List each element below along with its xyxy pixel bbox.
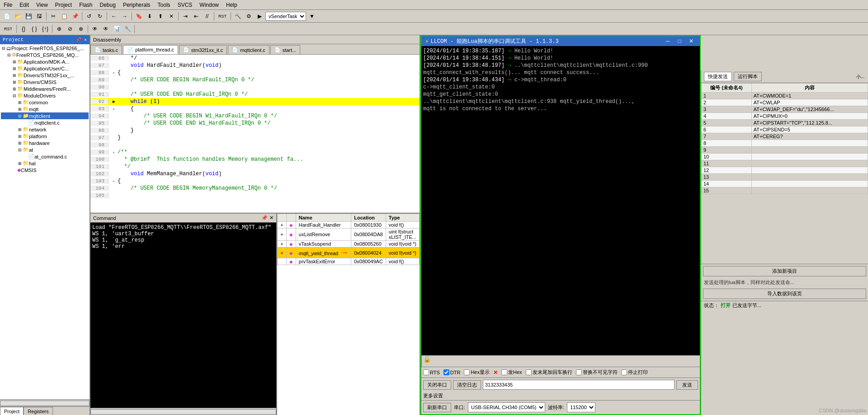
tab-registers[interactable]: Registers	[24, 407, 52, 415]
expand-icon[interactable]: ⊞	[17, 127, 23, 132]
code-content[interactable]: 86 */87 void HardFault_Handler(void)88▸{…	[90, 55, 420, 213]
quick-row[interactable]: 13	[702, 174, 868, 181]
outdent-btn[interactable]: ⇤	[191, 11, 201, 21]
panel-close-btn[interactable]: ✕	[84, 37, 87, 42]
tab-start[interactable]: 📄 start...	[270, 45, 301, 54]
tree-item[interactable]: ⊞📁 Application/MDK-A...	[1, 58, 89, 65]
build-btn[interactable]: 🔨	[233, 11, 243, 21]
command-hscroll[interactable]	[90, 408, 276, 415]
mem1-btn[interactable]: 📊	[112, 24, 122, 34]
expand-btn[interactable]: +	[280, 232, 283, 237]
menu-window[interactable]: Window	[196, 1, 222, 9]
code-line[interactable]: 93▸ {	[90, 105, 420, 112]
expand-icon[interactable]: ⊞	[12, 80, 17, 84]
menu-edit[interactable]: Edit	[16, 1, 33, 9]
send-hex-input[interactable]	[501, 369, 507, 375]
name-cell[interactable]: HardFault_Handler	[296, 222, 351, 228]
row-content[interactable]	[751, 154, 868, 160]
row-content[interactable]: AT+CWMODE=1	[751, 93, 868, 99]
newline-checkbox[interactable]: 发末尾加回车换行	[526, 369, 572, 376]
cut-btn[interactable]: ✂	[48, 11, 58, 21]
tree-item[interactable]: ⊟🗂 Project: FreeRTOS_ESP8266_...	[1, 45, 89, 51]
paste-btn[interactable]: 📌	[70, 11, 80, 21]
command-scroll-bar[interactable]	[90, 409, 276, 415]
quick-row[interactable]: 3AT+CWJAP_DEF="du","12345666...	[702, 106, 868, 113]
code-line[interactable]: 90	[90, 84, 420, 91]
expand-icon[interactable]: ⊞	[12, 87, 17, 91]
code-line[interactable]: 89 /* USER CODE BEGIN HardFault_IRQn 0 *…	[90, 76, 420, 84]
expand-marker[interactable]: ▸	[113, 150, 115, 155]
expand-cell[interactable]	[278, 258, 286, 265]
tree-item[interactable]: ⊞📁 mqtt	[1, 106, 89, 112]
command-close-btn[interactable]: ✕	[269, 215, 274, 221]
tree-item[interactable]: ⊞📁 hardware	[1, 140, 89, 146]
comment-btn[interactable]: //	[202, 11, 212, 21]
nav-fwd-btn[interactable]: →	[120, 11, 130, 21]
quick-row[interactable]: 15	[702, 187, 868, 194]
tree-item[interactable]: ◆ CMSIS	[1, 167, 89, 173]
tree-item[interactable]: 📄 at_command.c	[1, 153, 89, 160]
expand-icon[interactable]: ⊞	[17, 134, 23, 139]
expand-icon[interactable]: ⊞	[12, 66, 17, 71]
code-line[interactable]: 104 /* USER CODE BEGIN MemoryManagement_…	[90, 185, 420, 192]
llcom-max-btn[interactable]: □	[675, 36, 684, 46]
dtr-checkbox[interactable]: DTR	[443, 369, 461, 375]
quick-row[interactable]: 9	[702, 147, 868, 154]
clear-log-btn[interactable]: 清空日志	[453, 380, 481, 390]
rebuild-btn[interactable]: ⚙	[244, 11, 254, 21]
expand-btn[interactable]: +	[280, 222, 283, 228]
project-tree[interactable]: ⊟🗂 Project: FreeRTOS_ESP8266_...⊟⚙ FreeR…	[0, 44, 90, 399]
redo-btn[interactable]: ↻	[95, 11, 105, 21]
hex-display-input[interactable]	[464, 369, 470, 375]
code-line[interactable]: 105	[90, 192, 420, 199]
more-settings-btn[interactable]: 更多设置	[423, 393, 443, 398]
tab-project[interactable]: Project	[0, 407, 24, 415]
tree-item[interactable]: ⊞📁 Middlewares/FreeR...	[1, 85, 89, 92]
newline-input[interactable]	[526, 369, 532, 375]
send-input[interactable]	[483, 380, 675, 390]
next-bookmark-btn[interactable]: ⬇	[145, 11, 155, 21]
name-cell[interactable]: vTaskSuspend	[296, 241, 351, 247]
expand-marker[interactable]: ▸	[113, 70, 115, 75]
code-line[interactable]: 88▸{	[90, 69, 420, 76]
expand-icon[interactable]: ⊟	[1, 46, 6, 51]
quick-row[interactable]: 12	[702, 167, 868, 174]
menu-view[interactable]: View	[33, 1, 52, 9]
expand-icon[interactable]: ⊟	[6, 53, 12, 57]
row-content[interactable]	[751, 167, 868, 174]
stop-print-checkbox[interactable]: 停止打印	[621, 369, 648, 376]
tree-item[interactable]: ⊞📁 Application/User/C...	[1, 65, 89, 72]
code-line[interactable]: 94 /* USER CODE BEGIN W1_HardFault_IRQn …	[90, 112, 420, 120]
code-line[interactable]: 99▸/**	[90, 149, 420, 156]
row-content[interactable]: AT+CIPMUX=0	[751, 113, 868, 120]
row-content[interactable]	[751, 160, 868, 167]
save-all-btn[interactable]: 🖫	[34, 11, 44, 21]
tree-item[interactable]: ⊟📁 ModuleDrivers	[1, 92, 89, 99]
code-line[interactable]: 91 /* USER CODE END HardFault_IRQn 0 */	[90, 91, 420, 98]
expand-icon[interactable]: ⊞	[12, 73, 17, 78]
expand-icon[interactable]: ⊟	[17, 114, 23, 118]
insert-bp-btn[interactable]: ⊕	[54, 24, 64, 34]
row-content[interactable]	[751, 174, 868, 181]
quick-row[interactable]: 2AT+CWLAP	[702, 99, 868, 106]
quick-row[interactable]: 14	[702, 181, 868, 187]
expand-icon[interactable]: ⊞	[17, 141, 23, 145]
nav-back-btn[interactable]: ←	[109, 11, 119, 21]
baud-select[interactable]: 115200	[567, 402, 595, 412]
expand-btn[interactable]: +	[280, 241, 283, 247]
add-item-btn[interactable]: 添加新项目	[703, 266, 866, 276]
quick-row[interactable]: 8	[702, 140, 868, 147]
save-btn[interactable]: 💾	[24, 11, 33, 21]
expand-icon[interactable]: ⊞	[17, 100, 23, 105]
port-select[interactable]: USB-SERIAL CH340 (COM5)	[468, 402, 545, 412]
expand-marker[interactable]: ▸	[113, 107, 115, 112]
tab-mqttclient[interactable]: 📄 mqttclient.c	[228, 45, 269, 54]
expand-icon[interactable]: ⊞	[17, 107, 23, 112]
quick-row[interactable]: 5AT+CIPSTART="TCP","112.125.8...	[702, 120, 868, 126]
watch2-btn[interactable]: 👁	[101, 24, 111, 34]
rst-btn[interactable]: RST	[216, 11, 229, 21]
row-content[interactable]	[751, 140, 868, 147]
quick-row[interactable]: 7AT+CEREG?	[702, 133, 868, 140]
quick-row[interactable]: 1AT+CWMODE=1	[702, 93, 868, 99]
expand-icon[interactable]: ⊟	[12, 93, 17, 98]
